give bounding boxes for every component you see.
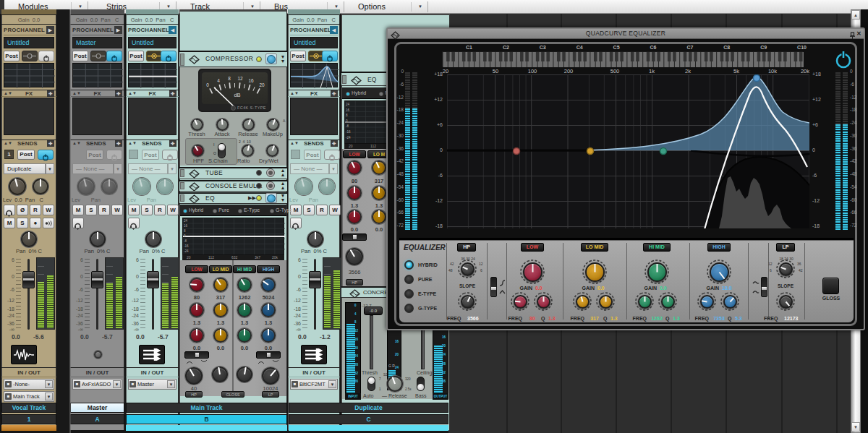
svg-text:dB: dB bbox=[234, 92, 240, 98]
svg-text:16: 16 bbox=[346, 108, 350, 112]
svg-text:24: 24 bbox=[346, 103, 350, 106]
svg-text:-8: -8 bbox=[346, 124, 349, 128]
svg-text:-8: -8 bbox=[184, 239, 187, 243]
svg-text:4: 4 bbox=[217, 78, 220, 83]
svg-text:-16: -16 bbox=[346, 130, 351, 134]
svg-text:16: 16 bbox=[248, 78, 254, 83]
svg-text:16: 16 bbox=[184, 224, 188, 228]
svg-text:-16: -16 bbox=[184, 244, 189, 248]
svg-text:8: 8 bbox=[184, 229, 186, 233]
svg-text:8: 8 bbox=[228, 76, 231, 81]
svg-text:20: 20 bbox=[259, 82, 265, 87]
svg-text:12: 12 bbox=[237, 76, 243, 81]
svg-text:-24: -24 bbox=[184, 249, 189, 253]
svg-text:24: 24 bbox=[184, 219, 188, 223]
svg-text:0: 0 bbox=[206, 82, 209, 87]
svg-text:-24: -24 bbox=[346, 136, 351, 140]
